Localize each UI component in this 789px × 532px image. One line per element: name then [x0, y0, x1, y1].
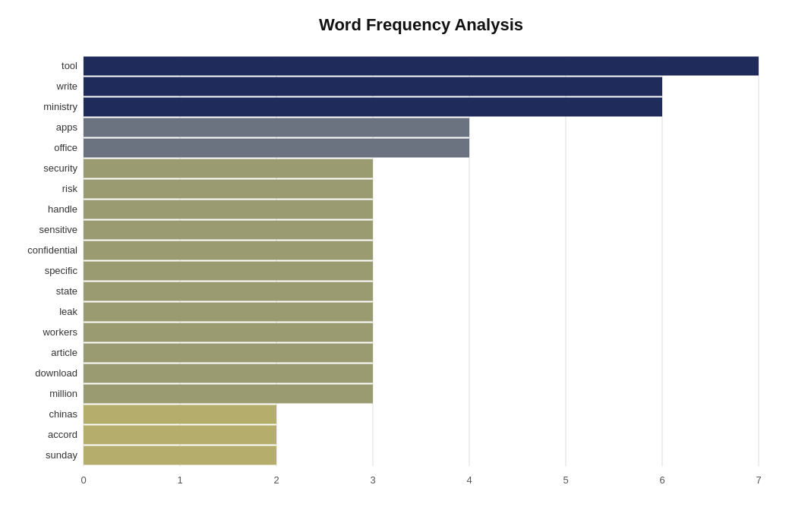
svg-text:office: office: [54, 142, 77, 153]
bar-accord: [84, 426, 276, 445]
svg-text:chinas: chinas: [49, 408, 77, 420]
svg-text:million: million: [49, 388, 77, 399]
bar-chart: 01234567toolwriteministryappsofficesecur…: [84, 49, 759, 505]
svg-text:risk: risk: [62, 183, 78, 194]
bar-sensitive: [84, 221, 373, 240]
svg-text:sunday: sunday: [46, 449, 77, 461]
svg-text:write: write: [56, 80, 77, 92]
chart-container: Word Frequency Analysis 01234567toolwrit…: [0, 0, 789, 532]
svg-text:4: 4: [466, 474, 472, 486]
bar-workers: [84, 323, 373, 342]
svg-text:specific: specific: [45, 265, 78, 276]
chart-title: Word Frequency Analysis: [84, 15, 759, 35]
bar-office: [84, 139, 469, 158]
bar-apps: [84, 118, 469, 137]
svg-text:apps: apps: [56, 121, 78, 133]
svg-text:accord: accord: [48, 429, 77, 440]
bar-specific: [84, 262, 373, 281]
svg-text:5: 5: [563, 474, 568, 486]
svg-text:handle: handle: [48, 203, 77, 215]
svg-text:3: 3: [370, 474, 375, 486]
bar-write: [84, 77, 662, 96]
bar-handle: [84, 200, 373, 219]
svg-text:workers: workers: [42, 326, 77, 338]
svg-text:2: 2: [273, 474, 279, 486]
svg-text:tool: tool: [62, 60, 77, 71]
svg-text:7: 7: [756, 474, 761, 486]
bar-ministry: [84, 98, 662, 117]
svg-text:sensitive: sensitive: [39, 224, 77, 235]
bar-state: [84, 282, 373, 301]
bar-risk: [84, 180, 373, 199]
bar-million: [84, 385, 373, 404]
svg-text:security: security: [43, 162, 77, 174]
svg-text:0: 0: [80, 474, 86, 486]
svg-text:leak: leak: [59, 306, 77, 317]
chart-area: 01234567toolwriteministryappsofficesecur…: [84, 49, 759, 505]
svg-text:ministry: ministry: [43, 101, 77, 112]
bar-chinas: [84, 405, 276, 424]
bar-sunday: [84, 446, 276, 465]
bar-confidential: [84, 241, 373, 260]
bar-download: [84, 364, 373, 383]
svg-text:download: download: [35, 367, 77, 379]
svg-text:1: 1: [177, 474, 182, 486]
bar-security: [84, 159, 373, 178]
svg-text:6: 6: [659, 474, 664, 486]
svg-text:state: state: [56, 285, 77, 297]
bar-tool: [84, 57, 759, 76]
svg-text:article: article: [51, 347, 77, 358]
bar-leak: [84, 303, 373, 322]
bar-article: [84, 344, 373, 363]
svg-text:confidential: confidential: [27, 244, 77, 256]
